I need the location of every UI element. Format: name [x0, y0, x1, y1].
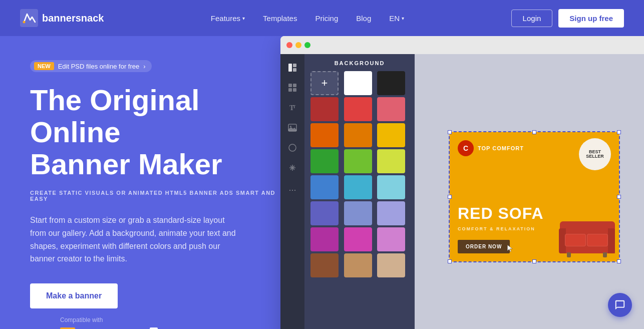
- handle-tl[interactable]: [448, 130, 452, 134]
- nav-features[interactable]: Features ▾: [211, 14, 245, 23]
- color-swatch-magenta3[interactable]: [377, 227, 405, 251]
- banner-brand-text: TOP COMFORT: [478, 145, 524, 151]
- editor-content: T T: [280, 54, 644, 329]
- color-swatch-orange2[interactable]: [344, 123, 372, 147]
- svg-rect-4: [293, 64, 296, 67]
- sidebar-tool-shape[interactable]: [282, 138, 302, 157]
- chat-icon: [614, 299, 625, 310]
- color-swatch-orange1[interactable]: [310, 123, 339, 147]
- color-swatch-green2[interactable]: [344, 149, 372, 173]
- svg-point-1: [23, 21, 26, 24]
- handle-bm[interactable]: [532, 259, 536, 263]
- nav-language[interactable]: EN ▾: [389, 14, 404, 23]
- banner-canvas: C TOP COMFORT BEST SELLER RED SOFA COMFO…: [449, 132, 619, 262]
- sidebar-tool-layout[interactable]: [282, 58, 302, 77]
- browser-window: T T: [280, 36, 644, 329]
- banner-cta: ORDER NOW: [458, 240, 510, 253]
- svg-rect-5: [293, 68, 296, 72]
- chevron-down-icon: ▾: [242, 16, 245, 21]
- color-swatch-magenta1[interactable]: [310, 227, 339, 251]
- chat-button[interactable]: [608, 293, 632, 317]
- color-swatch-blue2[interactable]: [344, 175, 372, 199]
- handle-lm[interactable]: [448, 195, 452, 199]
- color-swatch-purple1[interactable]: [310, 201, 339, 225]
- color-panel: BACKGROUND +: [304, 54, 415, 329]
- compatible-label: Compatible with: [60, 316, 310, 323]
- color-panel-title: BACKGROUND: [310, 60, 409, 66]
- logo-icon: [20, 9, 38, 27]
- color-swatch-yellow[interactable]: [377, 123, 405, 147]
- handle-tm[interactable]: [532, 130, 536, 134]
- color-swatch-magenta2[interactable]: [344, 227, 372, 251]
- svg-rect-3: [288, 64, 292, 72]
- svg-rect-8: [288, 88, 292, 92]
- color-swatch-red1[interactable]: [310, 97, 339, 121]
- cursor-icon: [506, 243, 516, 253]
- editor-sidebar: T T: [280, 54, 304, 329]
- new-badge[interactable]: NEW Edit PSD files online for free ›: [30, 60, 152, 72]
- color-swatch-brown1[interactable]: [310, 253, 339, 277]
- make-banner-button[interactable]: Make a banner: [30, 283, 118, 308]
- nav-links: Features ▾ Templates Pricing Blog EN ▾: [211, 14, 404, 23]
- sidebar-tool-text[interactable]: T T: [282, 98, 302, 117]
- handle-tr[interactable]: [617, 130, 621, 134]
- svg-text:T: T: [293, 105, 296, 109]
- svg-rect-7: [293, 84, 296, 87]
- nav-templates[interactable]: Templates: [263, 14, 297, 23]
- add-color-swatch[interactable]: +: [310, 71, 339, 95]
- banner-subtitle: COMFORT & RELAXATION: [458, 226, 535, 231]
- login-button[interactable]: Login: [511, 10, 553, 27]
- browser-bar: [280, 36, 644, 54]
- best-seller-badge: BEST SELLER: [579, 138, 611, 170]
- hero-section: NEW Edit PSD files online for free › The…: [0, 36, 644, 329]
- arrow-icon: ›: [143, 63, 145, 70]
- banner-logo-circle: C: [458, 140, 474, 156]
- banner-logo-area: C TOP COMFORT: [458, 140, 524, 156]
- sidebar-tool-template[interactable]: [282, 78, 302, 97]
- nav-pricing[interactable]: Pricing: [315, 14, 338, 23]
- color-swatch-red2[interactable]: [344, 97, 372, 121]
- canvas-area: C TOP COMFORT BEST SELLER RED SOFA COMFO…: [415, 54, 644, 329]
- browser-dot-maximize: [304, 42, 310, 48]
- sidebar-tool-image[interactable]: [282, 118, 302, 137]
- badge-text: Edit PSD files online for free: [58, 63, 140, 70]
- color-swatch-blue3[interactable]: [377, 175, 405, 199]
- brand-name: bannersnack: [42, 13, 104, 24]
- editor-preview: T T: [280, 36, 644, 329]
- handle-bl[interactable]: [448, 259, 452, 263]
- banner-title: RED SOFA: [458, 205, 544, 221]
- hero-content: NEW Edit PSD files online for free › The…: [0, 36, 280, 329]
- hero-title: The Original Online Banner Maker: [30, 84, 280, 180]
- svg-point-13: [290, 126, 291, 127]
- auth-buttons: Login Sign up free: [511, 9, 624, 28]
- navbar: bannersnack Features ▾ Templates Pricing…: [0, 0, 644, 36]
- new-tag: NEW: [34, 62, 54, 70]
- color-swatch-white[interactable]: [344, 71, 372, 95]
- signup-button[interactable]: Sign up free: [558, 9, 624, 28]
- nav-blog[interactable]: Blog: [356, 14, 371, 23]
- logo-area: bannersnack: [20, 9, 104, 27]
- browser-dot-close: [286, 42, 292, 48]
- svg-rect-6: [288, 84, 292, 87]
- color-swatch-purple2[interactable]: [344, 201, 372, 225]
- color-swatch-purple3[interactable]: [377, 201, 405, 225]
- color-swatch-blue1[interactable]: [310, 175, 339, 199]
- svg-point-14: [289, 144, 296, 151]
- color-swatch-brown3[interactable]: [377, 253, 405, 277]
- color-swatch-green1[interactable]: [310, 149, 339, 173]
- color-swatch-red3[interactable]: [377, 97, 405, 121]
- color-grid: +: [310, 71, 409, 277]
- color-swatch-lime[interactable]: [377, 149, 405, 173]
- chevron-down-icon: ▾: [402, 16, 404, 21]
- sidebar-tool-effects[interactable]: [282, 158, 302, 177]
- svg-rect-9: [293, 88, 296, 92]
- browser-dot-minimize: [295, 42, 301, 48]
- hero-description: Start from a custom size or grab a stand…: [30, 214, 240, 265]
- sidebar-tool-more[interactable]: ···: [282, 180, 302, 199]
- hero-subtitle: CREATE STATIC VISUALS OR ANIMATED HTML5 …: [30, 190, 280, 202]
- compatible-section: Compatible with iab Google Ads f fa: [60, 316, 310, 329]
- color-swatch-dark[interactable]: [377, 71, 405, 95]
- handle-rm[interactable]: [617, 195, 621, 199]
- color-swatch-brown2[interactable]: [344, 253, 372, 277]
- sofa-illustration: [554, 206, 619, 261]
